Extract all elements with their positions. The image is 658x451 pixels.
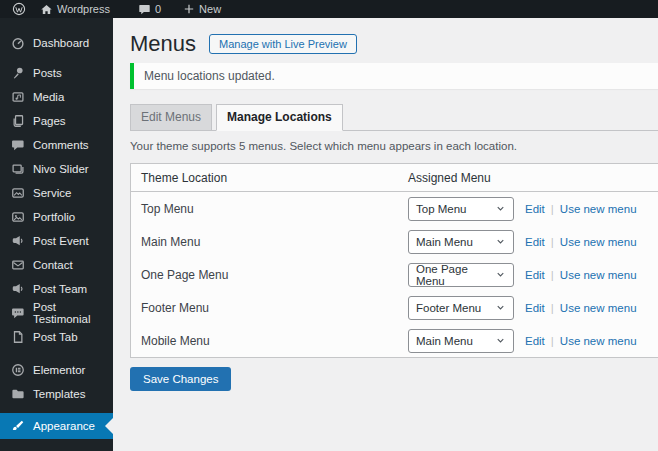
edit-link[interactable]: Edit	[525, 335, 545, 347]
location-label: Footer Menu	[131, 301, 408, 315]
location-label: One Page Menu	[131, 268, 408, 282]
admin-bar: Wordpress 0 New	[0, 0, 658, 18]
use-new-menu-link[interactable]: Use new menu	[560, 236, 637, 248]
envelope-icon	[10, 258, 25, 273]
dashboard-icon	[10, 36, 25, 51]
megaphone-icon	[10, 234, 25, 249]
comments-count: 0	[155, 3, 161, 15]
main-frame: Dashboard Posts Media Pages Comments Niv…	[0, 18, 658, 451]
link-separator: |	[551, 335, 554, 347]
comment-bubble-icon	[10, 138, 25, 153]
edit-link[interactable]: Edit	[525, 203, 545, 215]
chevron-down-icon	[495, 302, 506, 313]
sidebar-item-comments[interactable]: Comments	[0, 133, 113, 157]
sidebar-item-post-tab[interactable]: Post Tab	[0, 325, 113, 349]
sidebar-item-service[interactable]: Service	[0, 181, 113, 205]
chevron-down-icon	[495, 335, 506, 346]
column-header-theme-location: Theme Location	[131, 171, 408, 185]
sidebar-item-post-event[interactable]: Post Event	[0, 229, 113, 253]
sidebar-item-templates[interactable]: Templates	[0, 382, 113, 406]
menu-locations-table: Theme Location Assigned Menu Top Menu To…	[130, 163, 658, 358]
sidebar-item-appearance[interactable]: Appearance	[0, 413, 113, 439]
table-row: Mobile Menu Main Menu Edit | Use new men…	[131, 324, 658, 357]
save-changes-button[interactable]: Save Changes	[130, 367, 231, 391]
chevron-down-icon	[495, 269, 506, 280]
image-card-icon	[10, 186, 25, 201]
page-header: Menus Manage with Live Preview	[130, 32, 658, 56]
admin-sidebar: Dashboard Posts Media Pages Comments Niv…	[0, 18, 113, 451]
link-separator: |	[551, 203, 554, 215]
content-area: Menus Manage with Live Preview Menu loca…	[113, 18, 658, 451]
assigned-menu-select[interactable]: Main Menu	[408, 230, 514, 254]
new-label: New	[199, 3, 221, 15]
tab-manage-locations[interactable]: Manage Locations	[216, 104, 343, 131]
notice-text: Menu locations updated.	[144, 69, 275, 83]
sidebar-item-posts[interactable]: Posts	[0, 61, 113, 85]
sidebar-item-portfolio[interactable]: Portfolio	[0, 205, 113, 229]
theme-support-description: Your theme supports 5 menus. Select whic…	[130, 140, 658, 154]
elementor-icon	[10, 363, 25, 378]
location-label: Mobile Menu	[131, 334, 408, 348]
location-label: Main Menu	[131, 235, 408, 249]
column-header-assigned-menu: Assigned Menu	[408, 171, 658, 185]
nav-tabs: Edit Menus Manage Locations	[130, 105, 658, 131]
plus-icon	[183, 3, 195, 15]
chevron-down-icon	[495, 203, 506, 214]
slides-icon	[10, 162, 25, 177]
use-new-menu-link[interactable]: Use new menu	[560, 203, 637, 215]
comments-shortcut[interactable]: 0	[134, 0, 165, 18]
site-name: Wordpress	[57, 3, 110, 15]
document-icon	[10, 330, 25, 345]
paintbrush-icon	[10, 419, 25, 434]
sidebar-item-dashboard[interactable]: Dashboard	[0, 31, 113, 55]
testimonial-bubble-icon	[10, 306, 25, 321]
use-new-menu-link[interactable]: Use new menu	[560, 269, 637, 281]
link-separator: |	[551, 302, 554, 314]
tab-edit-menus[interactable]: Edit Menus	[130, 104, 212, 131]
site-menu[interactable]: Wordpress	[36, 0, 114, 18]
use-new-menu-link[interactable]: Use new menu	[560, 335, 637, 347]
link-separator: |	[551, 269, 554, 281]
assigned-menu-select[interactable]: One Page Menu	[408, 263, 514, 287]
table-header: Theme Location Assigned Menu	[131, 164, 658, 192]
use-new-menu-link[interactable]: Use new menu	[560, 302, 637, 314]
sidebar-item-media[interactable]: Media	[0, 85, 113, 109]
sidebar-item-pages[interactable]: Pages	[0, 109, 113, 133]
comment-bubble-icon	[138, 3, 151, 16]
assigned-menu-select[interactable]: Footer Menu	[408, 296, 514, 320]
pages-icon	[10, 114, 25, 129]
table-row: Top Menu Top Menu Edit | Use new menu	[131, 192, 658, 225]
current-item-arrow-icon	[105, 418, 113, 434]
sidebar-item-nivo-slider[interactable]: Nivo Slider	[0, 157, 113, 181]
folder-icon	[10, 387, 25, 402]
new-content-menu[interactable]: New	[179, 0, 225, 18]
assigned-menu-select[interactable]: Top Menu	[408, 197, 514, 221]
image-card-icon	[10, 210, 25, 225]
home-icon	[40, 3, 53, 16]
edit-link[interactable]: Edit	[525, 236, 545, 248]
table-row: One Page Menu One Page Menu Edit | Use n…	[131, 258, 658, 291]
sidebar-item-post-team[interactable]: Post Team	[0, 277, 113, 301]
edit-link[interactable]: Edit	[525, 302, 545, 314]
success-notice: Menu locations updated.	[130, 63, 658, 89]
chevron-down-icon	[495, 236, 506, 247]
table-row: Main Menu Main Menu Edit | Use new menu	[131, 225, 658, 258]
media-icon	[10, 90, 25, 105]
megaphone-icon	[10, 282, 25, 297]
location-label: Top Menu	[131, 202, 408, 216]
sidebar-item-post-testimonial[interactable]: Post Testimonial	[0, 301, 113, 325]
pin-icon	[10, 66, 25, 81]
edit-link[interactable]: Edit	[525, 269, 545, 281]
assigned-menu-select[interactable]: Main Menu	[408, 329, 514, 353]
live-preview-button[interactable]: Manage with Live Preview	[209, 34, 357, 54]
link-separator: |	[551, 236, 554, 248]
page-title: Menus	[130, 31, 196, 57]
table-row: Footer Menu Footer Menu Edit | Use new m…	[131, 291, 658, 324]
sidebar-item-elementor[interactable]: Elementor	[0, 358, 113, 382]
sidebar-item-contact[interactable]: Contact	[0, 253, 113, 277]
wordpress-logo-icon[interactable]	[8, 0, 30, 18]
